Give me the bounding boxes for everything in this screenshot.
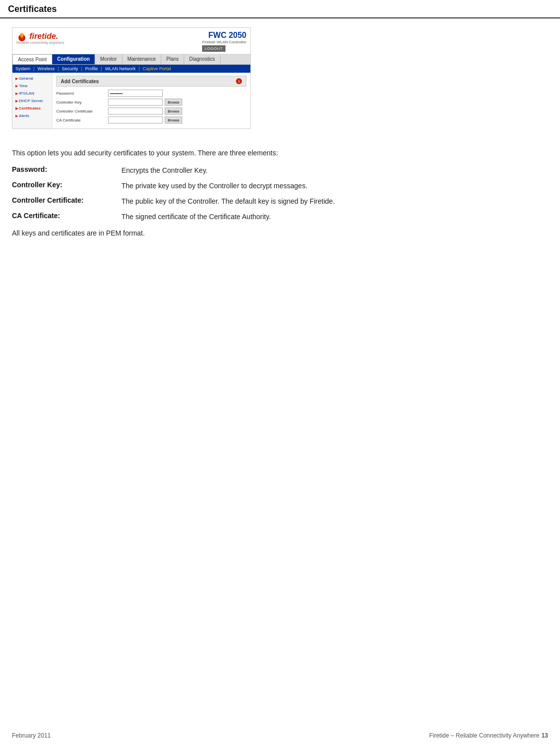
nav-tabs: Access Point Configuration Monitor Maint…: [12, 54, 250, 65]
arrow-icon: ▶: [15, 77, 18, 81]
controller-key-label: Controller Key: [56, 100, 106, 105]
cert-form-row-ca-cert: CA Certificate Browse: [56, 117, 246, 124]
panel-body: ▶ General ▶ Time ▶ IP/VLAN ▶ DHCP Server…: [12, 73, 250, 128]
cert-form-row-controller-cert: Controller Certificate Browse: [56, 108, 246, 115]
cert-form-row-password: Password: [56, 90, 246, 97]
arrow-icon: ▶: [15, 92, 18, 96]
fwc-subtitle: Firetide WLAN Controller: [202, 40, 246, 44]
footer-date: February 2011: [12, 732, 51, 739]
desc-def-ca-cert: The signed certificate of the Certificat…: [121, 212, 271, 222]
sidebar-item-time[interactable]: ▶ Time: [12, 82, 52, 90]
arrow-icon: ▶: [15, 99, 18, 103]
fwc-model: FWC 2050: [202, 31, 246, 40]
password-label: Password: [56, 91, 106, 96]
desc-row-controller-cert: Controller Certificate: The public key o…: [12, 196, 548, 207]
sidebar-item-alerts[interactable]: ▶ Alerts: [12, 112, 52, 120]
logo-tagline: Reliable connectivity anywhere: [16, 41, 64, 44]
controller-cert-input[interactable]: [108, 108, 163, 115]
controller-cert-label: Controller Certificate: [56, 109, 106, 114]
subnav-profile[interactable]: Profile: [85, 66, 98, 71]
footer-right: Firetide – Reliable Connectivity Anywher…: [429, 732, 548, 739]
tab-configuration[interactable]: Configuration: [52, 54, 96, 64]
ui-panel: firetide. Reliable connectivity anywhere…: [12, 27, 251, 129]
sidebar-item-dhcp[interactable]: ▶ DHCP Server: [12, 97, 52, 105]
ca-cert-browse[interactable]: Browse: [165, 117, 182, 124]
logo-brand: firetide.: [16, 31, 58, 42]
desc-intro: This option lets you add security certif…: [12, 148, 548, 158]
sidebar: ▶ General ▶ Time ▶ IP/VLAN ▶ DHCP Server…: [12, 73, 52, 128]
controller-cert-browse[interactable]: Browse: [165, 108, 182, 115]
subnav-wireless[interactable]: Wireless: [37, 66, 55, 71]
desc-term-controller-key: Controller Key:: [12, 181, 121, 189]
footer-page-number: 13: [542, 732, 548, 739]
ca-cert-input[interactable]: [108, 117, 163, 124]
device-tab[interactable]: Access Point: [12, 54, 52, 64]
arrow-icon: ▶: [15, 84, 18, 88]
page-footer: February 2011 Firetide – Reliable Connec…: [0, 732, 560, 739]
desc-term-password: Password:: [12, 165, 121, 173]
svg-point-2: [21, 33, 23, 37]
firetide-logo: firetide. Reliable connectivity anywhere: [16, 31, 64, 44]
desc-table: Password: Encrypts the Controller Key. C…: [12, 165, 548, 222]
controller-key-input[interactable]: [108, 99, 163, 106]
add-certs-header: Add Certificates i: [56, 76, 246, 87]
subnav-system[interactable]: System: [15, 66, 30, 71]
desc-row-controller-key: Controller Key: The private key used by …: [12, 181, 548, 191]
desc-term-ca-cert: CA Certificate:: [12, 212, 121, 220]
subnav-security[interactable]: Security: [62, 66, 78, 71]
sidebar-item-ipvlan[interactable]: ▶ IP/VLAN: [12, 90, 52, 97]
tab-plans[interactable]: Plans: [161, 54, 184, 64]
add-certs-title: Add Certificates: [61, 79, 99, 84]
page-title: Certificates: [0, 0, 560, 18]
description-section: This option lets you add security certif…: [12, 148, 548, 239]
subnav-captive-portal[interactable]: Captive Portal: [143, 66, 171, 71]
panel-main: Add Certificates i Password Controller K…: [52, 73, 250, 128]
controller-key-browse[interactable]: Browse: [165, 99, 182, 106]
logo-text: firetide.: [29, 32, 58, 41]
tab-monitor[interactable]: Monitor: [95, 54, 122, 64]
subnav-wlan-network[interactable]: WLAN Network: [105, 66, 136, 71]
sidebar-item-certificates[interactable]: ▶ Certificates: [12, 105, 52, 112]
sidebar-item-general[interactable]: ▶ General: [12, 75, 52, 82]
desc-def-controller-key: The private key used by the Controller t…: [121, 181, 308, 191]
arrow-icon: ▶: [15, 107, 18, 111]
tab-maintenance[interactable]: Maintenance: [122, 54, 161, 64]
tab-diagnostics[interactable]: Diagnostics: [184, 54, 221, 64]
fwc-info: FWC 2050 Firetide WLAN Controller LOGOUT: [202, 31, 246, 52]
desc-term-controller-cert: Controller Certificate:: [12, 196, 121, 204]
logout-button[interactable]: LOGOUT: [202, 45, 225, 52]
panel-header: firetide. Reliable connectivity anywhere…: [12, 28, 250, 54]
password-input[interactable]: [108, 90, 163, 97]
main-content: firetide. Reliable connectivity anywhere…: [0, 18, 560, 250]
desc-row-ca-cert: CA Certificate: The signed certificate o…: [12, 212, 548, 222]
desc-row-password: Password: Encrypts the Controller Key.: [12, 165, 548, 176]
ca-cert-label: CA Certificate: [56, 118, 106, 123]
desc-note: All keys and certificates are in PEM for…: [12, 228, 548, 239]
footer-tagline: Firetide – Reliable Connectivity Anywher…: [429, 732, 539, 739]
cert-form-row-controller-key: Controller Key Browse: [56, 99, 246, 106]
flame-icon: [16, 31, 27, 42]
desc-def-password: Encrypts the Controller Key.: [121, 165, 208, 176]
info-icon: i: [236, 78, 242, 84]
sub-nav: System | Wireless | Security | Profile |…: [12, 65, 250, 73]
arrow-icon: ▶: [15, 114, 18, 118]
desc-def-controller-cert: The public key of the Controller. The de…: [121, 196, 335, 207]
